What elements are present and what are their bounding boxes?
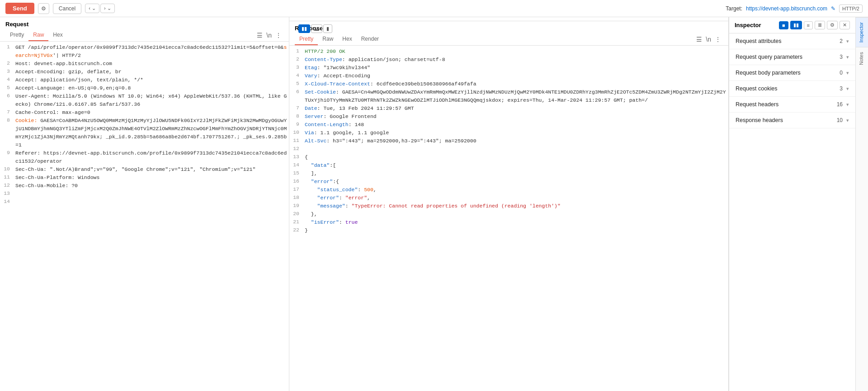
response-line: 2Content-Type: application/json; charset… (289, 56, 728, 64)
inspector-item[interactable]: Request body parameters0▾ (729, 65, 855, 81)
response-line: 6Set-Cookie: GAESA=Cn4wMGQwODdmNWUwZDAxY… (289, 88, 728, 104)
response-line: 22} (289, 226, 728, 235)
inspector-item-label: Response headers (736, 117, 837, 123)
line-content: Sec-Ch-Ua-Mobile: ?0 (14, 182, 289, 190)
tab-response-pretty[interactable]: Pretty (295, 33, 318, 45)
line-number: 1 (0, 43, 14, 60)
line-number: 9 (0, 149, 14, 165)
request-line: 5Accept-Language: en-US;q=0.9,en;q=0.8 (0, 84, 289, 92)
response-line: 13{ (289, 153, 728, 161)
chevron-down-icon: ▾ (846, 54, 849, 60)
response-more-icon[interactable]: ⋮ (713, 35, 723, 44)
response-wrap-icon[interactable]: ☰ (694, 35, 704, 44)
line-number: 6 (289, 88, 303, 104)
line-number: 11 (0, 174, 14, 182)
line-number: 15 (289, 170, 303, 178)
response-line: 11Alt-Svc: h3=":443"; ma=2592000,h3-29="… (289, 137, 728, 145)
response-code-area[interactable]: 1HTTP/2 200 OK2Content-Type: application… (289, 46, 728, 391)
request-line: 4Accept: application/json, text/plain, *… (0, 76, 289, 84)
response-line: 21 "isError": true (289, 218, 728, 226)
line-content: Date: Tue, 13 Feb 2024 11:29:57 GMT (303, 104, 728, 113)
inspector-item[interactable]: Response headers10▾ (729, 113, 855, 128)
request-line: 2Host: devnet-app.bitscrunch.com (0, 60, 289, 68)
line-number: 10 (289, 129, 303, 137)
edit-icon[interactable]: ✎ (831, 5, 835, 12)
line-number: 22 (289, 226, 303, 235)
request-line: 1GET /api/profile/operator/0x9899f7313dc… (0, 43, 289, 60)
line-content (14, 198, 289, 206)
line-number: 19 (289, 202, 303, 210)
main-area: Request Pretty Raw Hex ☰ \n ⋮ 1GET /api/… (0, 17, 868, 391)
inspector-tab-btn-2[interactable]: ▮▮ (790, 21, 802, 29)
tab-request-pretty[interactable]: Pretty (5, 29, 28, 41)
inspector-item[interactable]: Request attributes2▾ (729, 33, 855, 49)
line-number: 12 (0, 182, 14, 190)
tab-response-raw[interactable]: Raw (318, 33, 338, 45)
line-number: 5 (0, 84, 14, 92)
tab-response-hex[interactable]: Hex (338, 33, 356, 45)
response-line: 3Etag: "17wc9kihvl344" (289, 64, 728, 72)
response-view-btn-1[interactable]: ▮▮ (298, 24, 310, 33)
request-line: 7Cache-Control: max-age=0 (0, 108, 289, 117)
line-content: "message": "TypeError: Cannot read prope… (303, 202, 728, 210)
response-view-btn-2[interactable]: ▬ (311, 24, 322, 33)
toolbar-right: Target: https://devnet-app.bitscrunch.co… (726, 5, 863, 13)
inspector-item[interactable]: Request query parameters3▾ (729, 49, 855, 65)
response-line: 20 }, (289, 210, 728, 218)
inspector-items: Request attributes2▾Request query parame… (729, 33, 855, 391)
line-number: 18 (289, 194, 303, 202)
line-content: Accept-Encoding: gzip, deflate, br (14, 68, 289, 76)
tab-request-hex[interactable]: Hex (48, 29, 67, 41)
line-number: 3 (289, 64, 303, 72)
line-content: GET /api/profile/operator/0x9899f7313dc7… (14, 43, 289, 60)
inspector-item[interactable]: Request headers16▾ (729, 97, 855, 113)
inspector-align-left-icon[interactable]: ≡ (804, 21, 813, 29)
request-panel-title: Request (0, 17, 289, 29)
line-number: 14 (0, 198, 14, 206)
nav-arrows: ‹ ⌄ › ⌄ (85, 4, 114, 13)
chevron-down-icon: ▾ (846, 102, 849, 108)
send-button[interactable]: Send (5, 3, 34, 14)
request-code-area[interactable]: 1GET /api/profile/operator/0x9899f7313dc… (0, 42, 289, 391)
response-format-icon[interactable]: \n (704, 35, 713, 44)
tab-response-render[interactable]: Render (357, 33, 383, 45)
cancel-button[interactable]: Cancel (53, 3, 81, 14)
request-format-icon[interactable]: \n (264, 31, 274, 40)
inspector-settings-icon[interactable]: ⚙ (827, 21, 838, 29)
target-label: Target: (726, 5, 742, 12)
inspector-tab-btn-1[interactable]: ■ (779, 21, 788, 29)
line-content (303, 145, 728, 153)
response-line: 7Date: Tue, 13 Feb 2024 11:29:57 GMT (289, 104, 728, 113)
settings-button[interactable]: ⚙ (38, 3, 49, 14)
request-line: 3Accept-Encoding: gzip, deflate, br (0, 68, 289, 76)
chevron-down-icon: ▾ (846, 118, 849, 123)
request-panel: Request Pretty Raw Hex ☰ \n ⋮ 1GET /api/… (0, 17, 289, 391)
side-tabs: Inspector Notes (855, 17, 868, 391)
side-tab-inspector[interactable]: Inspector (856, 17, 868, 47)
chevron-down-icon: ▾ (846, 86, 849, 92)
side-tab-notes[interactable]: Notes (856, 47, 868, 70)
inspector-item-label: Request headers (736, 101, 837, 108)
line-number: 2 (289, 56, 303, 64)
line-content: Content-Length: 148 (303, 121, 728, 129)
nav-prev-button[interactable]: ‹ ⌄ (85, 4, 99, 13)
inspector-item[interactable]: Request cookies3▾ (729, 81, 855, 97)
inspector-item-count: 10 (837, 117, 843, 123)
request-line: 6User-Agent: Mozilla/5.0 (Windows NT 10.… (0, 92, 289, 108)
line-content: Accept-Language: en-US;q=0.9,en;q=0.8 (14, 84, 289, 92)
line-content (14, 190, 289, 198)
line-content: { (303, 153, 728, 161)
line-content: Vary: Accept-Encoding (303, 72, 728, 80)
line-number: 3 (0, 68, 14, 76)
request-more-icon[interactable]: ⋮ (274, 31, 283, 40)
tab-request-raw[interactable]: Raw (28, 29, 48, 41)
inspector-align-right-icon[interactable]: ≣ (815, 21, 825, 29)
line-content: Accept: application/json, text/plain, */… (14, 76, 289, 84)
inspector-close-button[interactable]: ✕ (840, 21, 850, 29)
response-line: 10Via: 1.1 google, 1.1 google (289, 129, 728, 137)
inspector-item-count: 16 (837, 101, 843, 108)
line-number: 1 (289, 47, 303, 56)
response-view-btn-3[interactable]: ▮ (323, 24, 332, 33)
nav-next-button[interactable]: › ⌄ (100, 4, 115, 13)
request-wrap-icon[interactable]: ☰ (255, 31, 264, 40)
